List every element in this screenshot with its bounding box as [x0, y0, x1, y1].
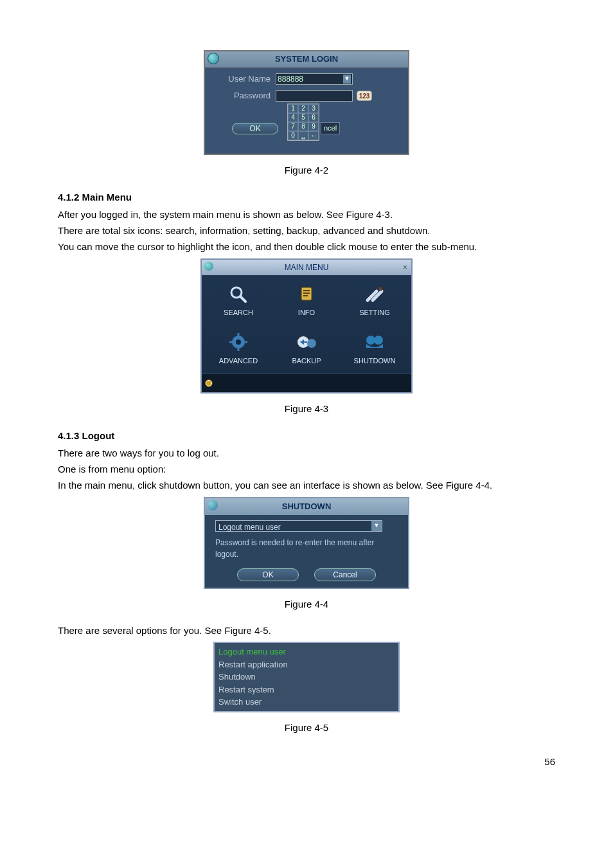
- svg-line-1: [240, 296, 245, 302]
- dialog-title-text: SYSTEM LOGIN: [275, 53, 338, 66]
- password-input[interactable]: [276, 90, 353, 102]
- menu-label: INFO: [298, 307, 315, 318]
- shutdown-options-list[interactable]: Logout menu user Restart application Shu…: [213, 642, 400, 712]
- section-heading: 4.1.3 Logout: [58, 428, 555, 443]
- input-mode-badge[interactable]: 123: [357, 91, 372, 101]
- keypad-key[interactable]: 3: [308, 104, 319, 113]
- keypad-key[interactable]: 5: [298, 113, 308, 122]
- keypad-key[interactable]: 9: [308, 122, 319, 131]
- shutdown-option-dropdown[interactable]: Logout menu user ▼: [215, 520, 382, 532]
- backup-icon: [296, 332, 317, 352]
- svg-point-16: [366, 336, 375, 345]
- body-text: One is from menu option:: [58, 462, 555, 476]
- chevron-down-icon[interactable]: ▼: [343, 75, 351, 84]
- figure-caption: Figure 4-2: [58, 163, 555, 177]
- close-icon[interactable]: ×: [403, 262, 407, 274]
- ok-button[interactable]: OK: [232, 123, 278, 134]
- body-text: There are two ways for you to log out.: [58, 446, 555, 460]
- menu-item-backup[interactable]: BACKUP: [275, 332, 338, 366]
- keypad-key[interactable]: 0: [288, 131, 298, 140]
- status-indicator-icon: [206, 380, 212, 386]
- status-bar: [202, 373, 411, 392]
- list-item[interactable]: Restart system: [218, 683, 395, 696]
- list-item[interactable]: Restart application: [218, 658, 395, 671]
- body-text: There are total six icons: search, infor…: [58, 223, 555, 238]
- keypad-key[interactable]: 7: [288, 122, 298, 131]
- ok-button[interactable]: OK: [237, 568, 299, 581]
- dialog-title: SYSTEM LOGIN: [205, 51, 408, 68]
- menu-item-shutdown[interactable]: SHUTDOWN: [343, 332, 406, 366]
- cancel-button[interactable]: Cancel: [314, 568, 376, 581]
- page-number: 56: [58, 754, 555, 769]
- svg-point-15: [307, 339, 316, 348]
- menu-item-search[interactable]: SEARCH: [207, 284, 270, 318]
- svg-rect-5: [303, 295, 308, 296]
- keypad-key[interactable]: 8: [298, 122, 308, 131]
- keypad-key[interactable]: 1: [288, 104, 298, 113]
- dialog-note: Password is needed to re-enter the menu …: [211, 537, 402, 561]
- keypad-key[interactable]: 2: [298, 104, 308, 113]
- menu-label: SETTING: [359, 307, 390, 318]
- system-login-dialog: SYSTEM LOGIN User Name 888888 ▼ Password…: [204, 50, 409, 155]
- keypad-key[interactable]: ←: [308, 131, 319, 140]
- dropdown-selected-value: Logout menu user: [216, 521, 371, 531]
- dialog-title: MAIN MENU ×: [202, 260, 411, 276]
- main-menu-dialog: MAIN MENU × SEARCH INFO SETTING: [200, 258, 413, 394]
- setting-icon: [364, 284, 386, 303]
- globe-icon: [204, 262, 213, 271]
- svg-point-9: [236, 339, 241, 345]
- body-text: You can move the cursor to highlight the…: [58, 239, 555, 254]
- info-icon: [296, 284, 317, 303]
- keypad-key[interactable]: ␣: [298, 131, 308, 140]
- svg-rect-4: [303, 293, 310, 294]
- menu-item-advanced[interactable]: ADVANCED: [207, 332, 270, 366]
- figure-caption: Figure 4-4: [58, 597, 555, 611]
- keypad-key[interactable]: 4: [288, 113, 298, 122]
- list-item[interactable]: Shutdown: [218, 671, 395, 683]
- menu-item-setting[interactable]: SETTING: [343, 284, 406, 318]
- username-value: 888888: [278, 73, 303, 86]
- list-item[interactable]: Switch user: [218, 696, 395, 709]
- body-text: After you logged in, the system main men…: [58, 207, 555, 222]
- keypad-key[interactable]: 6: [308, 113, 319, 122]
- search-icon: [227, 284, 249, 303]
- menu-label: BACKUP: [292, 356, 321, 366]
- body-text: There are several options for you. See F…: [58, 623, 555, 638]
- numeric-keypad[interactable]: 1 2 3 4 5 6 7 8 9 0 ␣ ←: [287, 104, 319, 141]
- menu-item-info[interactable]: INFO: [275, 284, 338, 318]
- dialog-title: SHUTDOWN: [205, 498, 408, 515]
- username-label: User Name: [211, 73, 276, 86]
- dialog-title-text: SHUTDOWN: [282, 500, 332, 513]
- list-item[interactable]: Logout menu user: [218, 646, 395, 658]
- menu-label: ADVANCED: [219, 356, 258, 366]
- figure-caption: Figure 4-5: [58, 720, 555, 735]
- svg-rect-3: [303, 290, 310, 291]
- dialog-title-text: MAIN MENU: [285, 262, 329, 274]
- menu-label: SHUTDOWN: [354, 356, 396, 366]
- globe-icon: [208, 53, 219, 64]
- cancel-button-partial[interactable]: ncel: [321, 122, 340, 134]
- svg-point-17: [374, 336, 383, 345]
- menu-label: SEARCH: [224, 307, 253, 318]
- shutdown-dialog: SHUTDOWN Logout menu user ▼ Password is …: [204, 497, 409, 589]
- password-label: Password: [211, 89, 276, 102]
- chevron-down-icon[interactable]: ▼: [371, 521, 382, 531]
- shutdown-icon: [208, 500, 218, 511]
- shutdown-icon: [364, 332, 386, 352]
- figure-caption: Figure 4-3: [58, 401, 555, 416]
- section-heading: 4.1.2 Main Menu: [58, 190, 555, 204]
- advanced-icon: [227, 332, 249, 352]
- username-dropdown[interactable]: 888888 ▼: [276, 73, 353, 85]
- body-text: In the main menu, click shutdown button,…: [58, 478, 555, 493]
